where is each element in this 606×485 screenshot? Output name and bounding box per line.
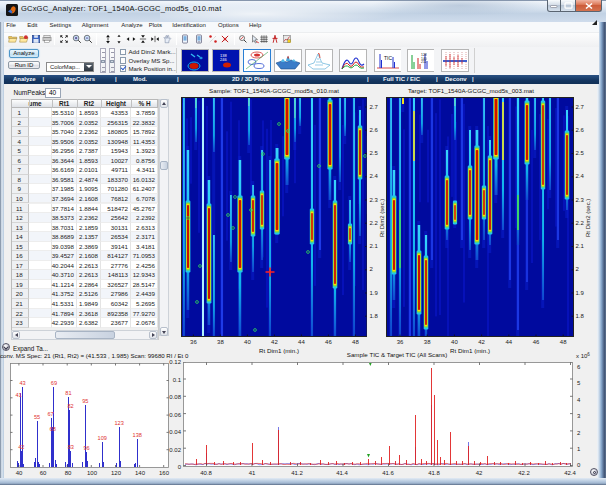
svg-text:138: 138 <box>133 432 142 438</box>
svg-text:82: 82 <box>68 403 74 409</box>
svg-text:42: 42 <box>19 444 25 450</box>
svg-text:96: 96 <box>84 445 90 451</box>
svg-text:109: 109 <box>98 435 107 441</box>
svg-text:43: 43 <box>20 380 26 386</box>
svg-text:41: 41 <box>16 392 22 398</box>
svg-text:69: 69 <box>51 380 57 386</box>
svg-text:123: 123 <box>115 420 124 426</box>
svg-text:211: 211 <box>421 60 427 64</box>
svg-text:246: 246 <box>220 57 227 62</box>
svg-text:81: 81 <box>66 390 72 396</box>
svg-text:83: 83 <box>68 444 74 450</box>
svg-text:55: 55 <box>34 414 40 420</box>
svg-text:95: 95 <box>83 398 89 404</box>
svg-text:67: 67 <box>48 411 54 417</box>
svg-text:TIC: TIC <box>384 55 392 61</box>
svg-text:68: 68 <box>50 426 56 432</box>
